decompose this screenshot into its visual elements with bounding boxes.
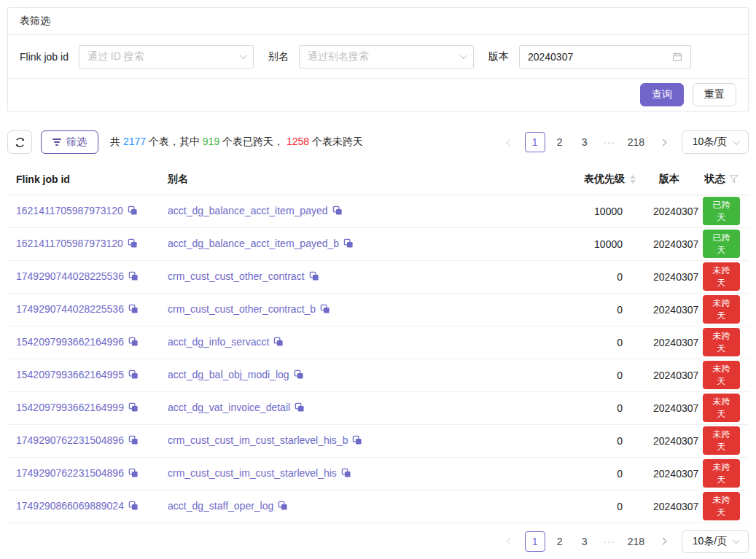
stats-segment: 个表未跨天 bbox=[309, 136, 363, 147]
page-button[interactable]: 218 bbox=[624, 531, 648, 552]
job-id-link[interactable]: 1749290866069889024 bbox=[16, 500, 124, 512]
refresh-icon bbox=[15, 137, 26, 148]
alias-placeholder: 通过别名搜索 bbox=[308, 50, 369, 63]
col-header-priority[interactable]: 表优先级 bbox=[563, 173, 636, 186]
next-page-button[interactable] bbox=[652, 531, 673, 552]
pagination-top: 123···218 bbox=[500, 132, 677, 152]
page-button[interactable]: 218 bbox=[624, 132, 648, 152]
sort-icon[interactable] bbox=[630, 175, 636, 184]
col-header-alias: 别名 bbox=[159, 164, 554, 195]
prev-page-button[interactable] bbox=[500, 132, 521, 152]
page-size-select[interactable]: 10条/页 bbox=[682, 530, 749, 553]
filter-button[interactable]: 筛选 bbox=[41, 130, 98, 154]
page-button[interactable]: 3 bbox=[574, 132, 595, 152]
alias-link[interactable]: crm_cust_cust_im_cust_starlevel_his_b bbox=[168, 434, 348, 446]
calendar-icon bbox=[672, 52, 682, 62]
job-id-select[interactable]: 通过 ID 搜索 bbox=[79, 45, 254, 69]
status-badge: 已跨天 bbox=[703, 230, 740, 258]
copy-icon[interactable] bbox=[128, 304, 139, 316]
copy-icon[interactable] bbox=[128, 271, 139, 284]
job-id-link[interactable]: 1621411705987973120 bbox=[16, 205, 123, 216]
filter-card-title: 表筛选 bbox=[8, 8, 748, 35]
copy-icon[interactable] bbox=[128, 337, 139, 349]
page-button[interactable]: 1 bbox=[525, 531, 545, 552]
table-row: 1621411705987973120 acct_dg_balance_acct… bbox=[7, 227, 749, 260]
copy-icon[interactable] bbox=[273, 337, 284, 349]
filter-form: Flink job id 通过 ID 搜索 别名 通过别名搜索 版本 20240… bbox=[8, 35, 748, 79]
copy-icon[interactable] bbox=[352, 435, 362, 447]
copy-icon[interactable] bbox=[294, 370, 304, 382]
filter-lines-icon bbox=[52, 138, 61, 146]
column-filter-icon[interactable] bbox=[729, 174, 739, 184]
copy-icon[interactable] bbox=[309, 271, 319, 284]
page-button[interactable]: 2 bbox=[550, 531, 570, 552]
version-cell: 20240307 bbox=[644, 424, 694, 457]
copy-icon[interactable] bbox=[332, 206, 343, 218]
version-date-input[interactable]: 20240307 bbox=[519, 45, 691, 69]
reset-button[interactable]: 重置 bbox=[693, 83, 736, 106]
copy-icon[interactable] bbox=[128, 435, 139, 447]
page-button[interactable]: 3 bbox=[574, 531, 595, 552]
alias-select[interactable]: 通过别名搜索 bbox=[299, 45, 474, 69]
alias-link[interactable]: acct_dg_info_servacct bbox=[168, 336, 269, 348]
stats-segment: 共 bbox=[110, 136, 123, 147]
alias-link[interactable]: crm_cust_cust_im_cust_starlevel_his bbox=[168, 467, 337, 479]
copy-icon[interactable] bbox=[343, 238, 354, 251]
page: 表筛选 Flink job id 通过 ID 搜索 别名 通过别名搜索 版本 2… bbox=[0, 0, 756, 559]
version-cell: 20240307 bbox=[644, 260, 694, 293]
toolbar: 筛选 共 2177 个表，其中 919 个表已跨天， 1258 个表未跨天 12… bbox=[7, 130, 749, 154]
page-button[interactable]: 2 bbox=[550, 132, 570, 152]
stats-segment: 2177 bbox=[123, 136, 146, 147]
col-header-version: 版本 bbox=[644, 164, 694, 195]
job-id-link[interactable]: 1542097993662164999 bbox=[16, 402, 124, 413]
job-id-link[interactable]: 1542097993662164995 bbox=[16, 369, 124, 380]
copy-icon[interactable] bbox=[128, 468, 139, 480]
alias-link[interactable]: acct_dg_balance_acct_item_payed bbox=[168, 205, 328, 216]
alias-link[interactable]: acct_dg_vat_invoice_detail bbox=[168, 402, 290, 413]
job-id-link[interactable]: 1749290762231504896 bbox=[16, 434, 124, 446]
alias-link[interactable]: crm_cust_cust_other_contract_b bbox=[168, 303, 316, 315]
alias-link[interactable]: crm_cust_cust_other_contract bbox=[168, 270, 305, 282]
job-id-link[interactable]: 1749290744028225536 bbox=[16, 270, 124, 282]
next-page-button[interactable] bbox=[652, 132, 673, 152]
version-cell: 20240307 bbox=[644, 391, 694, 424]
version-cell: 20240307 bbox=[644, 359, 694, 391]
copy-icon[interactable] bbox=[128, 206, 138, 218]
copy-icon[interactable] bbox=[278, 501, 288, 513]
prev-page-button[interactable] bbox=[500, 531, 521, 552]
copy-icon[interactable] bbox=[320, 304, 330, 316]
stats-segment: 1258 bbox=[287, 136, 309, 147]
page-size-label: 10条/页 bbox=[693, 136, 727, 149]
version-cell: 20240307 bbox=[644, 326, 694, 359]
col-header-status: 状态 bbox=[703, 173, 740, 186]
job-id-link[interactable]: 1621411705987973120 bbox=[16, 238, 123, 249]
alias-link[interactable]: acct_dg_staff_oper_log bbox=[168, 500, 273, 512]
copy-icon[interactable] bbox=[341, 468, 351, 480]
alias-link[interactable]: acct_dg_bal_obj_modi_log bbox=[168, 369, 289, 380]
page-button[interactable]: 1 bbox=[525, 132, 545, 152]
refresh-button[interactable] bbox=[7, 130, 32, 154]
copy-icon[interactable] bbox=[295, 402, 305, 415]
page-size-select[interactable]: 10条/页 bbox=[682, 130, 749, 154]
page-ellipsis[interactable]: ··· bbox=[599, 531, 620, 552]
chevron-down-icon bbox=[240, 52, 247, 59]
priority-cell: 0 bbox=[554, 424, 644, 457]
copy-icon[interactable] bbox=[128, 370, 139, 382]
version-cell: 20240307 bbox=[644, 195, 694, 227]
table-row: 1542097993662164999 acct_dg_vat_invoice_… bbox=[7, 391, 749, 424]
copy-icon[interactable] bbox=[128, 402, 139, 415]
copy-icon[interactable] bbox=[128, 501, 139, 513]
copy-icon[interactable] bbox=[128, 238, 138, 251]
alias-link[interactable]: acct_dg_balance_acct_item_payed_b bbox=[168, 238, 339, 249]
job-id-link[interactable]: 1749290744028225536 bbox=[16, 303, 124, 315]
table-row: 1749290762231504896 crm_cust_cust_im_cus… bbox=[7, 457, 749, 490]
version-value: 20240307 bbox=[528, 51, 573, 63]
table-row: 1749290744028225536 crm_cust_cust_other_… bbox=[7, 293, 749, 326]
version-cell: 20240307 bbox=[644, 457, 694, 490]
query-button[interactable]: 查询 bbox=[640, 83, 684, 106]
priority-cell: 0 bbox=[554, 391, 644, 424]
page-ellipsis[interactable]: ··· bbox=[599, 132, 620, 152]
job-id-link[interactable]: 1542097993662164996 bbox=[16, 336, 124, 348]
status-badge: 未跨天 bbox=[703, 394, 740, 422]
job-id-link[interactable]: 1749290762231504896 bbox=[16, 467, 124, 479]
